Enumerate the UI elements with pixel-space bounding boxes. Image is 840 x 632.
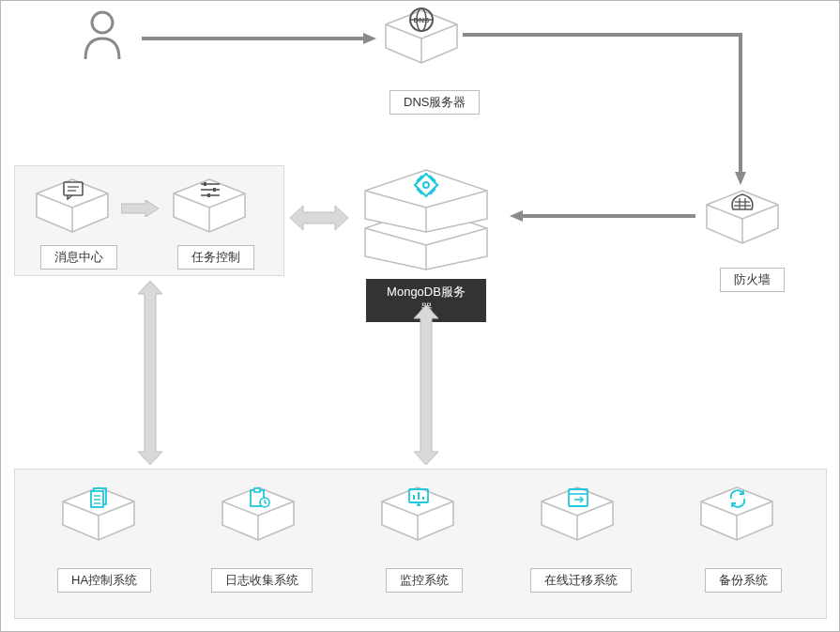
message-center-label: 消息中心	[40, 245, 117, 270]
svg-point-38	[423, 182, 429, 188]
firewall-label: 防火墙	[720, 268, 785, 292]
message-icon	[63, 181, 84, 203]
log-node	[219, 486, 298, 547]
svg-marker-37	[415, 174, 437, 196]
firewall-node	[703, 189, 782, 250]
sync-icon	[727, 488, 748, 512]
task-control-node	[170, 177, 249, 239]
svg-rect-63	[569, 489, 588, 506]
sliders-icon	[200, 181, 221, 201]
arrow-leftpanel-bottom	[136, 281, 164, 465]
svg-rect-27	[204, 182, 206, 186]
arrow-mongo-bottom	[412, 305, 440, 465]
svg-rect-51	[254, 488, 260, 492]
clipboard-clock-icon	[249, 487, 271, 511]
document-stack-icon	[89, 487, 110, 511]
migration-node	[538, 486, 617, 547]
user-icon	[82, 10, 123, 61]
mongodb-node	[356, 166, 496, 274]
dns-icon: DNS	[408, 7, 435, 36]
svg-marker-39	[138, 281, 162, 465]
monitor-node	[378, 486, 457, 547]
svg-rect-29	[213, 188, 216, 192]
message-center-node	[33, 177, 112, 239]
svg-marker-17	[510, 210, 523, 222]
task-control-label: 任务控制	[177, 245, 254, 270]
backup-node	[697, 486, 776, 547]
svg-rect-31	[207, 193, 210, 197]
ha-node	[59, 486, 138, 547]
backup-label: 备份系统	[705, 568, 782, 593]
svg-text:DNS: DNS	[414, 16, 431, 24]
svg-point-0	[92, 12, 113, 33]
svg-rect-20	[64, 182, 83, 195]
window-arrow-icon	[568, 488, 588, 510]
svg-marker-2	[363, 33, 376, 44]
migration-label: 在线迁移系统	[530, 568, 632, 593]
svg-marker-9	[735, 172, 746, 185]
arrow-dns-to-firewall	[463, 29, 756, 189]
chart-icon	[408, 488, 429, 510]
firewall-icon	[731, 191, 754, 214]
svg-marker-40	[414, 305, 438, 465]
arrow-user-to-dns	[142, 32, 376, 43]
dns-node: DNS	[382, 8, 461, 69]
diagram-canvas: DNS DNS服务器 防火墙	[0, 0, 840, 632]
ha-label: HA控制系统	[57, 568, 151, 593]
monitor-label: 监控系统	[386, 568, 463, 593]
svg-marker-23	[121, 200, 159, 217]
log-label: 日志收集系统	[211, 568, 313, 593]
arrow-firewall-to-mongo	[510, 209, 695, 221]
diamond-icon	[413, 172, 439, 201]
arrow-leftpanel-mongo	[290, 204, 348, 232]
svg-marker-32	[290, 206, 348, 230]
arrow-msg-to-task	[121, 200, 159, 217]
